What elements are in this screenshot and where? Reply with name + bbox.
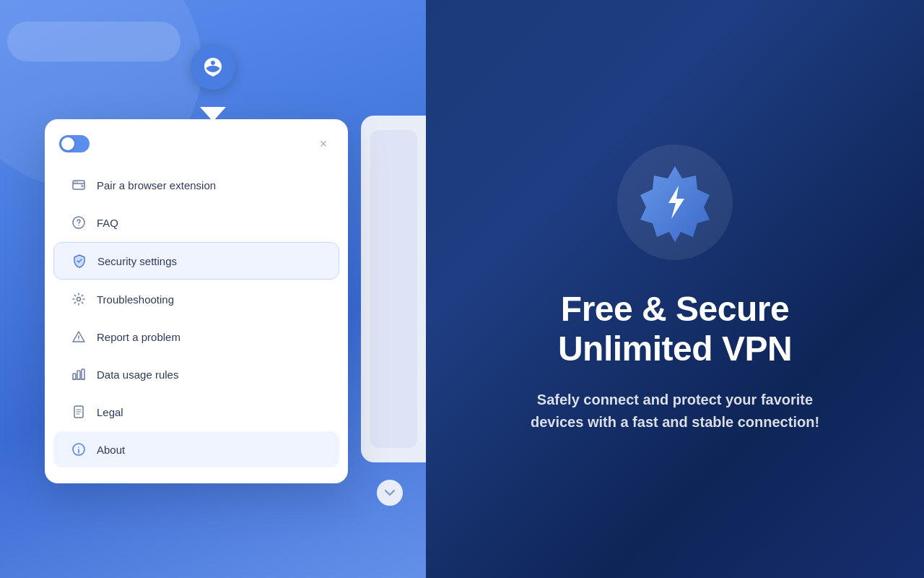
toggle-knob xyxy=(61,137,74,150)
svg-point-2 xyxy=(77,181,78,183)
data-icon xyxy=(71,366,87,382)
faq-icon xyxy=(71,215,87,230)
menu-item-about[interactable]: About xyxy=(53,431,339,467)
menu-label-security-settings: Security settings xyxy=(97,255,177,267)
menu-label-troubleshooting: Troubleshooting xyxy=(97,293,174,306)
svg-point-4 xyxy=(78,225,79,226)
svg-marker-13 xyxy=(640,166,710,242)
menu-item-troubleshooting[interactable]: Troubleshooting xyxy=(53,281,339,317)
svg-point-12 xyxy=(78,447,79,448)
toggle-switch[interactable] xyxy=(59,135,90,152)
badge-icon xyxy=(635,163,715,242)
menu-label-about: About xyxy=(97,444,125,456)
logo-button[interactable] xyxy=(191,45,235,90)
menu-label-pair-browser: Pair a browser extension xyxy=(97,179,216,191)
svg-point-6 xyxy=(78,340,79,340)
chevron-down-icon xyxy=(384,489,396,496)
menu-item-legal[interactable]: Legal xyxy=(53,394,339,430)
popup-card: × Pair a browser extension xyxy=(45,119,348,483)
info-icon xyxy=(71,441,87,457)
alert-icon xyxy=(71,329,87,345)
close-button[interactable]: × xyxy=(313,134,334,154)
svg-rect-7 xyxy=(73,374,76,379)
bg-decoration-rect xyxy=(7,22,180,61)
svg-rect-8 xyxy=(77,371,80,379)
menu-item-data-usage[interactable]: Data usage rules xyxy=(53,356,339,392)
left-panel: × Pair a browser extension xyxy=(0,0,426,578)
right-panel: Free & Secure Unlimited VPN Safely conne… xyxy=(426,0,924,578)
menu-list: Pair a browser extension FAQ xyxy=(45,167,348,467)
phone-screen xyxy=(370,130,417,448)
svg-point-1 xyxy=(74,181,76,183)
gear-icon xyxy=(71,291,87,307)
menu-item-faq[interactable]: FAQ xyxy=(53,204,339,241)
browser-icon xyxy=(71,177,87,193)
menu-label-report-problem: Report a problem xyxy=(97,331,180,343)
badge-container xyxy=(617,144,733,260)
menu-label-data-usage: Data usage rules xyxy=(97,368,178,381)
hero-text-block: Free & Secure Unlimited VPN Safely conne… xyxy=(509,289,841,434)
svg-point-5 xyxy=(77,298,81,301)
svg-rect-9 xyxy=(82,369,84,379)
logo-icon xyxy=(201,56,225,79)
menu-item-pair-browser[interactable]: Pair a browser extension xyxy=(53,167,339,203)
legal-icon xyxy=(71,404,87,420)
menu-item-report-problem[interactable]: Report a problem xyxy=(53,319,339,355)
shield-icon xyxy=(71,253,87,269)
menu-label-legal: Legal xyxy=(97,406,123,418)
menu-item-security-settings[interactable]: Security settings xyxy=(53,242,339,280)
popup-header: × xyxy=(45,134,348,165)
phone-mockup xyxy=(361,116,426,462)
popup-pointer xyxy=(200,107,226,121)
hero-subtitle: Safely connect and protect your favorite… xyxy=(509,389,841,434)
hero-title: Free & Secure Unlimited VPN xyxy=(509,289,841,368)
menu-label-faq: FAQ xyxy=(97,217,118,229)
chevron-down-button[interactable] xyxy=(377,480,403,506)
